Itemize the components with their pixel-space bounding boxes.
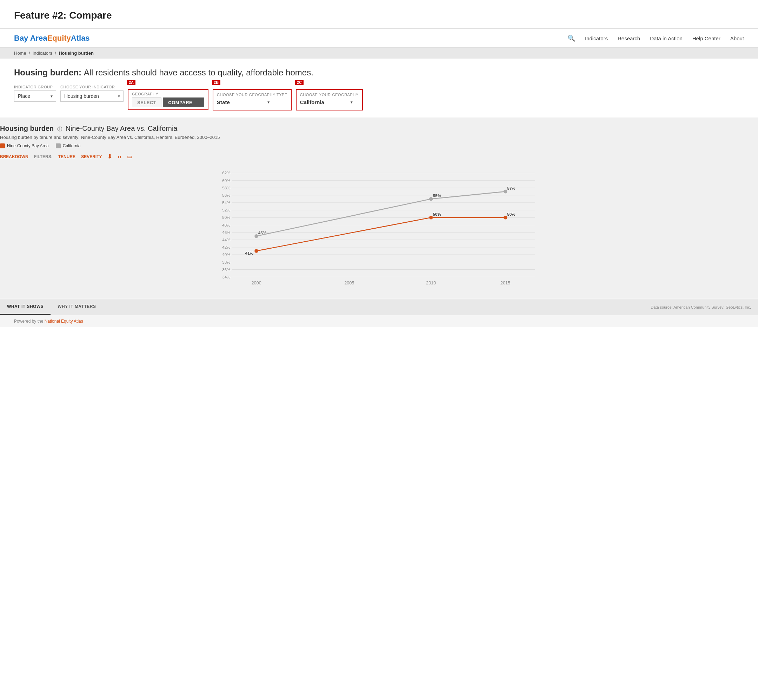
choose-indicator-label: Choose your indicator bbox=[60, 85, 124, 89]
filter-tenure[interactable]: TENURE bbox=[58, 154, 75, 159]
page-title-bold: Housing burden: bbox=[14, 68, 81, 77]
svg-text:2005: 2005 bbox=[344, 281, 354, 286]
svg-text:62%: 62% bbox=[222, 171, 230, 175]
logo-equity: Equity bbox=[47, 34, 71, 43]
chart-svg: 62% 60% 58% 56% 54% 52% 50% bbox=[0, 166, 758, 292]
svg-text:46%: 46% bbox=[222, 230, 230, 234]
indicator-group-select[interactable]: Place bbox=[14, 91, 56, 102]
navbar-links: 🔍 Indicators Research Data in Action Hel… bbox=[567, 34, 744, 42]
filter-severity[interactable]: SEVERITY bbox=[81, 154, 102, 159]
feature-heading-text: Feature #2: Compare bbox=[14, 10, 112, 21]
svg-text:44%: 44% bbox=[222, 238, 230, 242]
breadcrumb-home[interactable]: Home bbox=[14, 50, 26, 56]
geo-tab-select[interactable]: SELECT bbox=[132, 97, 161, 107]
navbar: Bay Area Equity Atlas 🔍 Indicators Resea… bbox=[0, 28, 758, 48]
geography-tabs: SELECT COMPARE × bbox=[132, 97, 204, 107]
choose-geography-label: Choose your geography bbox=[300, 92, 359, 97]
geography-select[interactable]: California New York Texas bbox=[300, 97, 356, 108]
national-equity-atlas-link[interactable]: National Equity Atlas bbox=[45, 319, 83, 324]
svg-text:41%: 41% bbox=[245, 251, 254, 255]
tab-why-it-matters[interactable]: WHY IT MATTERS bbox=[50, 299, 103, 315]
bottom-tabs: WHAT IT SHOWS WHY IT MATTERS Data source… bbox=[0, 299, 758, 315]
badge-2c: 2C bbox=[295, 80, 304, 85]
geography-type-control-2b: 2B Choose your geography type State Coun… bbox=[213, 85, 291, 111]
svg-text:2010: 2010 bbox=[426, 281, 436, 286]
footer-text: Powered by the bbox=[14, 319, 45, 324]
svg-text:2015: 2015 bbox=[500, 281, 510, 286]
expand-icon[interactable]: ▭ bbox=[127, 153, 132, 160]
legend-item-bay-area: Nine-County Bay Area bbox=[0, 144, 49, 148]
svg-text:50%: 50% bbox=[433, 212, 442, 216]
svg-text:40%: 40% bbox=[222, 253, 230, 257]
breadcrumb-indicators[interactable]: Indicators bbox=[33, 50, 52, 56]
info-icon[interactable]: ⓘ bbox=[57, 126, 62, 132]
svg-text:54%: 54% bbox=[222, 200, 230, 205]
svg-text:34%: 34% bbox=[222, 275, 230, 279]
x-axis: 2000 2005 2010 2015 bbox=[251, 281, 510, 286]
dot-ba-2015 bbox=[504, 216, 507, 220]
page-title-normal: All residents should have access to qual… bbox=[84, 68, 313, 77]
filter-bar: BREAKDOWN FILTERS: TENURE SEVERITY ⬇ ‹› … bbox=[0, 153, 758, 160]
svg-text:45%: 45% bbox=[258, 230, 267, 235]
geography-type-select[interactable]: State County City Zip Code bbox=[217, 97, 273, 108]
logo-atlas: Atlas bbox=[71, 34, 90, 43]
geography-type-box-2b: Choose your geography type State County … bbox=[213, 89, 291, 111]
svg-text:48%: 48% bbox=[222, 223, 230, 227]
svg-text:50%: 50% bbox=[222, 215, 230, 220]
line-bay-area: 41% 50% 50% bbox=[245, 212, 515, 255]
svg-text:36%: 36% bbox=[222, 267, 230, 272]
data-source-label: Data source: American Community Survey; … bbox=[651, 305, 758, 309]
breadcrumb-current: Housing burden bbox=[59, 50, 94, 56]
geo-tab-close-icon[interactable]: × bbox=[196, 100, 199, 105]
geography-select-wrapper: California New York Texas ▼ bbox=[300, 97, 356, 108]
breadcrumb: Home / Indicators / Housing burden bbox=[0, 48, 758, 59]
legend-label-california: California bbox=[63, 144, 81, 148]
svg-text:58%: 58% bbox=[222, 186, 230, 190]
svg-text:38%: 38% bbox=[222, 260, 230, 264]
svg-text:57%: 57% bbox=[507, 186, 515, 191]
badge-2b: 2B bbox=[212, 80, 220, 85]
legend-item-california: California bbox=[56, 144, 81, 148]
indicator-select[interactable]: Housing burden bbox=[60, 91, 124, 102]
legend-dot-orange bbox=[0, 144, 5, 148]
tab-what-it-shows[interactable]: WHAT IT SHOWS bbox=[0, 299, 50, 315]
geo-tab-compare[interactable]: COMPARE × bbox=[163, 97, 204, 107]
geography-select-control-2c: 2C Choose your geography California New … bbox=[296, 85, 363, 111]
line-california: 45% 55% 57% bbox=[254, 186, 515, 238]
chart-title: Housing burden ⓘ Nine-County Bay Area vs… bbox=[0, 125, 758, 133]
geography-type-label: Choose your geography type bbox=[217, 92, 287, 97]
dot-ca-2000 bbox=[254, 234, 258, 238]
svg-text:50%: 50% bbox=[507, 212, 515, 216]
svg-text:55%: 55% bbox=[433, 193, 442, 198]
svg-text:60%: 60% bbox=[222, 178, 230, 183]
nav-about[interactable]: About bbox=[730, 36, 744, 41]
geography-box-2a: Geography SELECT COMPARE × bbox=[128, 89, 208, 110]
dot-ca-2010 bbox=[429, 197, 433, 201]
share-icon[interactable]: ‹› bbox=[117, 154, 121, 160]
main-content: Housing burden: All residents should hav… bbox=[0, 59, 758, 111]
chart-title-compare: Nine-County Bay Area vs. California bbox=[65, 125, 177, 132]
badge-2a: 2A bbox=[127, 80, 135, 85]
legend-label-bay-area: Nine-County Bay Area bbox=[7, 144, 49, 148]
footer: Powered by the National Equity Atlas bbox=[0, 315, 758, 327]
svg-text:2000: 2000 bbox=[251, 281, 261, 286]
nav-help-center[interactable]: Help Center bbox=[692, 36, 720, 41]
filters-prefix-label: FILTERS: bbox=[34, 154, 53, 159]
y-axis: 62% 60% 58% 56% 54% 52% 50% bbox=[222, 171, 535, 279]
download-icon[interactable]: ⬇ bbox=[107, 153, 112, 160]
nav-indicators[interactable]: Indicators bbox=[585, 36, 608, 41]
geography-control-2a: 2A Geography SELECT COMPARE × bbox=[128, 85, 208, 110]
geography-type-select-wrapper: State County City Zip Code ▼ bbox=[217, 97, 273, 108]
page-title: Housing burden: All residents should hav… bbox=[14, 67, 744, 78]
logo: Bay Area Equity Atlas bbox=[14, 34, 90, 43]
logo-bay-area: Bay Area bbox=[14, 34, 47, 43]
search-icon[interactable]: 🔍 bbox=[567, 34, 575, 42]
dot-ca-2015 bbox=[504, 190, 507, 194]
nav-data-in-action[interactable]: Data in Action bbox=[650, 36, 683, 41]
indicator-group-label: Indicator group bbox=[14, 85, 56, 89]
chart-subtitle: Housing burden by tenure and severity: N… bbox=[0, 135, 758, 140]
controls-row: Indicator group Place ▼ Choose your indi… bbox=[14, 85, 744, 111]
geography-select-box-2c: Choose your geography California New Yor… bbox=[296, 89, 363, 111]
nav-research[interactable]: Research bbox=[618, 36, 640, 41]
choose-indicator-control: Choose your indicator Housing burden ▼ bbox=[60, 85, 124, 102]
